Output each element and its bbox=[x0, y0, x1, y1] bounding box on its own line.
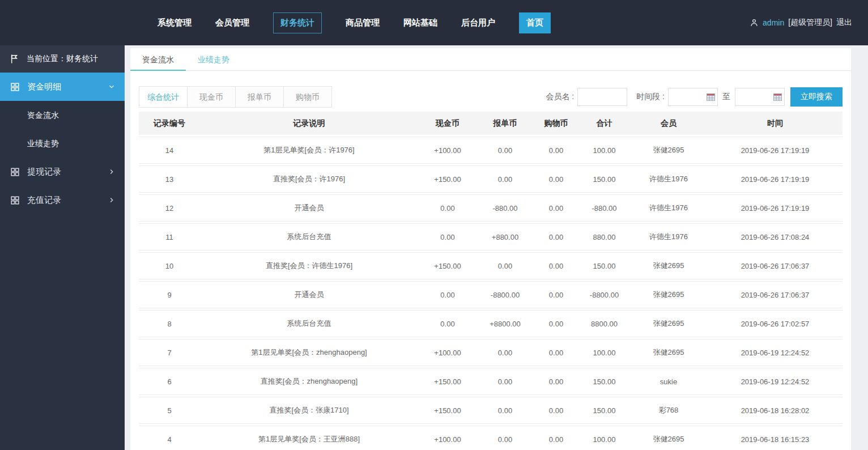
table-cell: +880.00 bbox=[477, 223, 533, 251]
date-from-input[interactable] bbox=[668, 88, 718, 106]
table-cell: 0.00 bbox=[477, 368, 533, 395]
column-header: 购物币 bbox=[533, 112, 579, 135]
table-cell: 0.00 bbox=[477, 426, 533, 450]
sidebar-item[interactable]: 资金明细 bbox=[0, 73, 125, 101]
sidebar-subitem[interactable]: 资金流水 bbox=[0, 101, 125, 129]
grid-icon bbox=[10, 82, 20, 92]
table-cell: 0.00 bbox=[418, 194, 477, 222]
column-header: 会员 bbox=[629, 112, 708, 135]
table-cell: 张健2695 bbox=[629, 281, 708, 308]
to-label: 至 bbox=[722, 92, 730, 102]
table-cell: 第1层见单奖[会员：zhenghaopeng] bbox=[200, 339, 418, 366]
nav-item[interactable]: 会员管理 bbox=[215, 18, 249, 28]
table-cell: +100.00 bbox=[418, 426, 477, 450]
table-cell: 0.00 bbox=[533, 368, 579, 395]
panel: 综合统计现金币报单币购物币 会员名 : 时间段 : 至 bbox=[130, 71, 851, 450]
table-cell: 许德生1976 bbox=[629, 194, 708, 222]
table-cell: 8800.00 bbox=[579, 310, 629, 337]
nav-item[interactable]: 网站基础 bbox=[403, 18, 437, 28]
sidebar-item-label: 资金明细 bbox=[27, 82, 108, 92]
table-cell: +150.00 bbox=[418, 368, 477, 395]
breadcrumb-label: 当前位置：财务统计 bbox=[27, 54, 98, 64]
table-cell: 张健2695 bbox=[629, 426, 708, 450]
table-cell: 2019-06-26 17:08:24 bbox=[708, 223, 843, 251]
sidebar-menu: 资金明细资金流水业绩走势提现记录充值记录 bbox=[0, 73, 125, 214]
nav-item[interactable]: 商品管理 bbox=[346, 18, 380, 28]
grid-icon bbox=[10, 196, 20, 205]
table-cell: 0.00 bbox=[477, 252, 533, 279]
nav-item[interactable]: 系统管理 bbox=[158, 18, 192, 28]
table-cell: 系统后台充值 bbox=[200, 310, 418, 337]
table-cell: 开通会员 bbox=[200, 281, 418, 308]
date-to-input[interactable] bbox=[735, 88, 785, 106]
user-role: [超级管理员] bbox=[788, 18, 832, 28]
table-cell: -8800.00 bbox=[579, 281, 629, 308]
table-cell: 100.00 bbox=[579, 426, 629, 450]
table-cell: 0.00 bbox=[418, 310, 477, 337]
table-cell: 2019-06-26 17:19:19 bbox=[708, 165, 843, 193]
table-cell: 0.00 bbox=[418, 223, 477, 251]
table-cell: 0.00 bbox=[418, 281, 477, 308]
search-bar: 会员名 : 时间段 : 至 bbox=[546, 87, 843, 107]
table-cell: 2019-06-26 17:02:57 bbox=[708, 310, 843, 337]
table-cell: 张健2695 bbox=[629, 137, 708, 164]
table-row: 5直推奖[会员：张康1710]+150.000.000.00150.00彩768… bbox=[139, 397, 843, 424]
signpost-icon bbox=[8, 53, 19, 65]
table-cell: 150.00 bbox=[579, 252, 629, 279]
table-header-row: 记录编号记录说明现金币报单币购物币合计会员时间 bbox=[139, 112, 843, 135]
time-range-label: 时间段 : bbox=[636, 92, 665, 102]
sidebar-item-label: 充值记录 bbox=[27, 195, 108, 206]
table-row: 14第1层见单奖[会员：许1976]+100.000.000.00100.00张… bbox=[139, 137, 843, 164]
subtab[interactable]: 现金币 bbox=[187, 86, 236, 108]
user-name[interactable]: admin bbox=[763, 18, 784, 27]
nav-item[interactable]: 后台用户 bbox=[461, 18, 495, 28]
table-cell: +150.00 bbox=[418, 165, 477, 193]
user-area: admin [超级管理员] 退出 bbox=[750, 0, 852, 45]
table-cell: 2019-06-26 17:19:19 bbox=[708, 194, 843, 222]
table-cell: 第1层见单奖[会员：许1976] bbox=[200, 137, 418, 164]
nav-item[interactable]: 首页 bbox=[519, 12, 551, 33]
table-row: 8系统后台充值0.00+8800.000.008800.00张健26952019… bbox=[139, 310, 843, 337]
table-cell: 0.00 bbox=[477, 397, 533, 424]
subtab[interactable]: 购物币 bbox=[283, 86, 332, 108]
subtab[interactable]: 报单币 bbox=[235, 86, 284, 108]
table-row: 10直推奖[会员：许德生1976]+150.000.000.00150.00张健… bbox=[139, 252, 843, 279]
table-cell: 150.00 bbox=[579, 165, 629, 193]
tab[interactable]: 资金流水 bbox=[130, 48, 186, 71]
sidebar-item[interactable]: 提现记录 bbox=[0, 158, 125, 186]
tab[interactable]: 业绩走势 bbox=[186, 48, 241, 71]
table-cell: 0.00 bbox=[533, 281, 579, 308]
column-header: 时间 bbox=[708, 112, 843, 135]
table-cell: 0.00 bbox=[533, 397, 579, 424]
table-cell: 0.00 bbox=[533, 137, 579, 164]
table-cell: -8800.00 bbox=[477, 281, 533, 308]
subtab[interactable]: 综合统计 bbox=[139, 86, 188, 108]
table-row: 11系统后台充值0.00+880.000.00880.00许德生19762019… bbox=[139, 223, 843, 251]
date-from-wrap bbox=[668, 88, 718, 106]
nav-item[interactable]: 财务统计 bbox=[273, 12, 322, 33]
records-table: 记录编号记录说明现金币报单币购物币合计会员时间 14第1层见单奖[会员：许197… bbox=[139, 110, 843, 450]
table-row: 4第1层见单奖[会员：王亚洲888]+100.000.000.00100.00张… bbox=[139, 426, 843, 450]
sidebar-subitem[interactable]: 业绩走势 bbox=[0, 129, 125, 158]
table-cell: sukie bbox=[629, 368, 708, 395]
logout-link[interactable]: 退出 bbox=[836, 18, 852, 28]
table-cell: 100.00 bbox=[579, 339, 629, 366]
table-cell: 系统后台充值 bbox=[200, 223, 418, 251]
table-cell: 2019-06-26 17:06:37 bbox=[708, 252, 843, 279]
toolbar: 综合统计现金币报单币购物币 会员名 : 时间段 : 至 bbox=[139, 86, 843, 108]
table-cell: 0.00 bbox=[477, 339, 533, 366]
member-name-input[interactable] bbox=[577, 88, 627, 106]
table-cell: +150.00 bbox=[418, 252, 477, 279]
search-button[interactable]: 立即搜索 bbox=[790, 87, 843, 107]
sidebar: 当前位置：财务统计 资金明细资金流水业绩走势提现记录充值记录 bbox=[0, 45, 125, 450]
table-cell: +150.00 bbox=[418, 397, 477, 424]
table-cell: 5 bbox=[139, 397, 200, 424]
sidebar-item[interactable]: 充值记录 bbox=[0, 186, 125, 214]
table-cell: 13 bbox=[139, 165, 200, 193]
table-cell: +100.00 bbox=[418, 137, 477, 164]
table-cell: 2019-06-26 17:06:37 bbox=[708, 281, 843, 308]
chevron-right-icon bbox=[108, 196, 116, 204]
table-row: 6直推奖[会员：zhenghaopeng]+150.000.000.00150.… bbox=[139, 368, 843, 395]
table-cell: 直推奖[会员：许1976] bbox=[200, 165, 418, 193]
table-cell: 14 bbox=[139, 137, 200, 164]
